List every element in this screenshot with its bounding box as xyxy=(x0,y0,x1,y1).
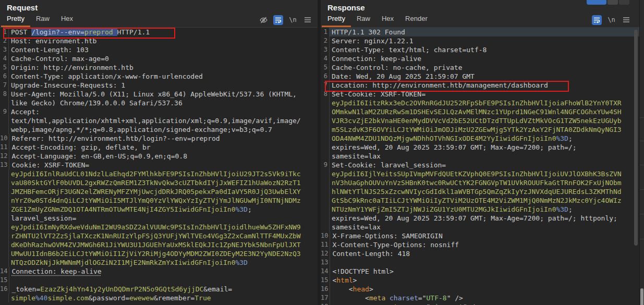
segment-active[interactable] xyxy=(587,0,606,5)
line-number xyxy=(0,240,9,249)
code-line: 7Upgrade-Insecure-Requests: 1 xyxy=(0,81,318,90)
tab-request-hex[interactable]: Hex xyxy=(55,12,79,27)
line-number xyxy=(0,205,9,214)
code-line: 17 <meta charset="UTF-8" /> xyxy=(321,294,639,302)
line-number: 5 xyxy=(0,63,9,72)
code-line: 3Content-Type: text/html; charset=utf-8 xyxy=(321,45,639,54)
newline-icon[interactable]: \n xyxy=(606,15,616,25)
line-number xyxy=(0,223,9,231)
code-line: expires=Wed, 20 Aug 2025 23:59:07 GMT; M… xyxy=(321,143,639,152)
line-number: 4 xyxy=(0,54,9,63)
code-line: eyJpdiI6ImNyRXdweVduNmI2WU9aSDZ2alVUUWc9… xyxy=(0,223,318,231)
line-number: 8 xyxy=(321,90,330,99)
menu-icon[interactable] xyxy=(621,15,631,25)
line-number: 13 xyxy=(321,258,330,267)
request-tabs: PrettyRawHex xyxy=(1,14,79,27)
code-line: samesite=lax xyxy=(321,152,639,161)
line-number: 14 xyxy=(0,267,9,276)
line-number: 13 xyxy=(0,161,9,169)
line-number: 1 xyxy=(0,28,9,36)
line-number xyxy=(321,134,330,143)
line-number xyxy=(321,196,330,205)
code-line: m5SLzdvK3F6OVYiLCJtYWMiOiJmODJiMzU2ZGEwM… xyxy=(321,125,639,134)
code-line: 16 <head> xyxy=(321,285,639,294)
code-line: VJR3cvZjE2bkVnaHE0enMydDVVcVd2bE52UCtDTz… xyxy=(321,116,639,125)
line-number: 3 xyxy=(321,45,330,54)
line-number xyxy=(321,205,330,214)
code-line: 9Accept: xyxy=(0,107,318,116)
line-number: 16 xyxy=(0,285,9,294)
code-line: 8Set-Cookie: XSRF-TOKEN= xyxy=(321,90,639,99)
word-wrap-icon[interactable] xyxy=(592,15,602,25)
strip-scrollbar-thumb[interactable] xyxy=(640,288,643,305)
code-line: eyJpdiI6IjlYeitsSUpIVmpMVFdQUEtKZVphQ0E9… xyxy=(321,169,639,178)
code-line: eyJpdiI6InlRaUdCL01NdzlLaEhqd2FYMlhkbFE9… xyxy=(0,169,318,178)
code-line: eyJpdiI6IitzRkx3eDc2OVRnRGdJU252RFpSbFE9… xyxy=(321,99,639,107)
menu-icon[interactable] xyxy=(302,15,312,25)
request-editor[interactable]: 1POST /login?--env=preprod HTTP/1.12Host… xyxy=(0,28,318,305)
request-toolbar-icons: \n xyxy=(259,14,312,26)
line-number xyxy=(0,187,9,196)
tab-request-raw[interactable]: Raw xyxy=(30,12,55,27)
line-number xyxy=(0,258,9,267)
line-number xyxy=(321,116,330,125)
code-line: OMmkwN1laM2ZURzRwSm1DSHEvSEJLQzAvMElMNzc… xyxy=(321,107,639,116)
tab-response-pretty[interactable]: Pretty xyxy=(322,12,351,27)
segment[interactable] xyxy=(607,0,618,5)
code-line: 2Server: nginx/1.22.1 xyxy=(321,36,639,45)
code-line: laravel_session= xyxy=(0,214,318,223)
code-line: samesite=lax xyxy=(321,223,639,231)
line-number xyxy=(321,214,330,223)
word-wrap-icon[interactable] xyxy=(273,15,283,25)
code-line: NTUzNmY1YWFjZmI5ZTJjNWJiZGU1YzU0MTU2MGJk… xyxy=(321,205,639,214)
tab-response-render[interactable]: Render xyxy=(399,12,433,27)
code-line: 16_token=EzazZkj4hYn41y2yUnDQDmrP2N5o9GQ… xyxy=(0,285,318,294)
code-line: 15<html> xyxy=(321,276,639,285)
line-number: 8 xyxy=(0,90,9,99)
line-number: 2 xyxy=(0,36,9,45)
code-line: 14<!DOCTYPE html> xyxy=(321,267,639,276)
code-line: JMZHBFemcORjF3UGN2elZWRENyMFZYMjUwcjdDRk… xyxy=(0,187,318,196)
code-line: nYrZ0w0STd4dnQiLCJtYWMiOiI5MTJlYmQ0YzVlY… xyxy=(0,196,318,205)
code-line: 9Set-Cookie: laravel_session= xyxy=(321,161,639,169)
newline-icon[interactable]: \n xyxy=(288,15,298,25)
clipped-segmented-control[interactable] xyxy=(587,0,629,5)
code-line: dKeDhRazhwOVM4ZVJMWGh6R1JiYWU3U1JGUEhYaU… xyxy=(0,240,318,249)
line-number xyxy=(0,169,9,178)
line-number: 17 xyxy=(321,294,330,302)
code-line: ODA4NWM4ZDU1NDQzMjgwNDhhOTVhNGIxODE4M2Yy… xyxy=(321,134,639,143)
tab-response-hex[interactable]: Hex xyxy=(376,12,399,27)
line-number: 14 xyxy=(321,267,330,276)
code-line: 10X-Frame-Options: SAMEORIGIN xyxy=(321,231,639,240)
tab-response-raw[interactable]: Raw xyxy=(351,12,376,27)
code-line: 11X-Content-Type-Options: nosniff xyxy=(321,240,639,249)
line-number xyxy=(321,178,330,187)
code-line: 13Cookie: XSRF-TOKEN= xyxy=(0,161,318,169)
line-number: 6 xyxy=(321,72,330,81)
code-line: 10Referer: http://environment.htb/login?… xyxy=(0,134,318,143)
code-line: 15 xyxy=(0,276,318,285)
code-line: 8User-Agent: Mozilla/5.0 (X11; Linux x86… xyxy=(0,90,318,99)
response-panel: Response PrettyRawHexRender \n 1HTTP/1.1… xyxy=(321,0,639,305)
line-number: 18 xyxy=(321,302,330,305)
code-line: simple%40simple.com&password=ewewew&reme… xyxy=(0,294,318,302)
line-number: 11 xyxy=(0,143,9,152)
response-scrollbar-thumb[interactable] xyxy=(634,30,638,246)
code-line: 12Content-Length: 418 xyxy=(321,249,639,258)
code-line: webp,image/apng,*/*;q=0.8,application/si… xyxy=(0,125,318,134)
code-line: GtSbC9kRnc0aTIiLCJtYWMiOiIyZTViM2UzOTE4M… xyxy=(321,196,639,205)
line-number: 9 xyxy=(0,107,9,116)
code-line: 7Location: http://environment.htb/manage… xyxy=(321,81,639,90)
code-line: 3Content-Length: 103 xyxy=(0,45,318,54)
segment[interactable] xyxy=(619,0,629,5)
eye-off-icon[interactable] xyxy=(259,15,269,25)
code-line: text/html,application/xhtml+xml,applicat… xyxy=(0,116,318,125)
response-tabbar: PrettyRawHexRender \n xyxy=(321,14,639,28)
tab-request-pretty[interactable]: Pretty xyxy=(1,12,30,27)
line-number xyxy=(0,196,9,205)
line-number xyxy=(321,223,330,231)
code-line: 4Cache-Control: max-age=0 xyxy=(0,54,318,63)
line-number: 7 xyxy=(0,81,9,90)
response-editor[interactable]: 1HTTP/1.1 302 Found2Server: nginx/1.22.1… xyxy=(321,28,639,305)
line-number xyxy=(321,99,330,107)
